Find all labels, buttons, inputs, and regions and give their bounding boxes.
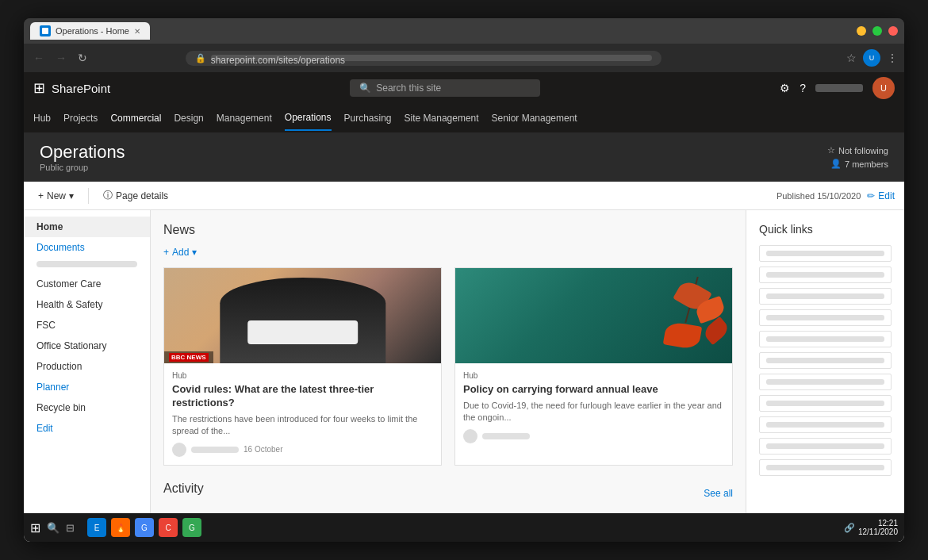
nav-item-site-management[interactable]: Site Management [405,106,479,130]
nav-item-management[interactable]: Management [217,106,272,130]
quick-link-8[interactable] [759,395,892,412]
sidebar-item-production[interactable]: Production [24,356,150,377]
site-title: Operations [40,142,125,163]
news-card-1[interactable]: BBC NEWS Hub Covid rules: What are the l… [163,267,442,466]
news-title: News [163,223,733,237]
sidebar-item-recycle-bin[interactable]: Recycle bin [24,397,150,418]
edit-label: Edit [878,190,895,201]
taskbar-clock: 12:21 12/11/2020 [858,519,898,536]
menu-icon[interactable]: ⋮ [887,52,898,64]
page-details-button[interactable]: ⓘ Page details [98,186,173,205]
bbc-logo: BBC NEWS [169,353,209,362]
quick-link-6[interactable] [759,352,892,369]
nav-item-senior-management[interactable]: Senior Management [492,106,577,130]
nav-item-commercial[interactable]: Commercial [110,106,161,130]
help-icon[interactable]: ? [800,82,806,94]
browser-navigation: ← → ↻ 🔒 sharepoint.com/sites/operations … [24,44,904,72]
sidebar-item-documents[interactable]: Documents [24,237,150,258]
task-view-button[interactable]: ⊟ [66,522,75,534]
close-button[interactable] [888,26,898,36]
sidebar-item-planner[interactable]: Planner [24,377,150,397]
ql-placeholder [766,315,884,320]
add-news-button[interactable]: + Add ▾ [163,247,733,258]
forward-button[interactable]: → [52,50,70,66]
back-button[interactable]: ← [30,50,48,66]
lock-icon: 🔒 [195,53,206,63]
profile-icon[interactable]: U [863,49,880,67]
quick-link-5[interactable] [759,331,892,347]
news-meta-2 [463,429,724,443]
news-body-2: Hub Policy on carrying forward annual le… [455,363,732,451]
quick-link-7[interactable] [759,374,892,390]
activity-header: Activity See all [163,481,733,505]
ql-placeholder [766,293,884,299]
page-content: News + Add ▾ [151,210,746,542]
sidebar-item-fsc[interactable]: FSC [24,315,150,336]
quick-link-4[interactable] [759,309,892,326]
taskbar-right: 🔗 12:21 12/11/2020 [844,519,898,536]
nav-item-projects[interactable]: Projects [63,106,98,130]
taskbar-app-5[interactable]: G [182,518,201,537]
nav-item-hub[interactable]: Hub [33,106,51,130]
ql-placeholder [766,358,884,363]
settings-icon[interactable]: ⚙ [780,82,790,94]
reload-button[interactable]: ↻ [75,50,90,66]
sidebar-item-edit[interactable]: Edit [24,418,150,439]
address-bar[interactable]: 🔒 sharepoint.com/sites/operations [186,51,661,66]
members-button[interactable]: 👤 7 members [830,159,888,169]
nav-item-design[interactable]: Design [174,106,203,130]
nav-item-operations[interactable]: Operations [285,105,332,131]
quick-link-9[interactable] [759,416,892,433]
sidebar-item-office-stationary[interactable]: Office Stationary [24,336,150,356]
search-placeholder: Search this site [376,82,441,94]
ql-placeholder [766,465,884,470]
ql-placeholder [766,336,884,342]
taskbar-search-button[interactable]: 🔍 [47,522,59,534]
header-right: ⚙ ? U [780,77,895,99]
sidebar-item-health-safety[interactable]: Health & Safety [24,294,150,315]
quick-link-1[interactable] [759,245,892,262]
news-date-1: 16 October [244,445,282,454]
quick-link-3[interactable] [759,288,892,305]
waffle-icon[interactable]: ⊞ [33,79,45,97]
news-image-2 [455,268,732,363]
quick-link-2[interactable] [759,267,892,283]
user-name [815,84,863,92]
star-icon[interactable]: ☆ [846,52,857,64]
tab-close-button[interactable]: ✕ [134,27,140,36]
edit-button[interactable]: ✏ Edit [867,190,895,201]
nav-item-purchasing[interactable]: Purchasing [344,106,392,130]
news-card-2[interactable]: Hub Policy on carrying forward annual le… [454,267,733,466]
window-controls [857,26,898,36]
site-header: Operations Public group ☆ Not following … [24,132,904,182]
news-meta-1: 16 October [172,443,433,457]
activity-title: Activity [163,481,204,496]
news-excerpt-1: The restrictions have been introduced fo… [172,413,433,438]
taskbar-app-4[interactable]: C [159,518,178,537]
sidebar-item-customer-care[interactable]: Customer Care [24,274,150,294]
start-button[interactable]: ⊞ [30,520,40,535]
star-icon: ☆ [827,145,835,155]
quick-link-10[interactable] [759,438,892,455]
maximize-button[interactable] [872,26,882,36]
taskbar: ⊞ 🔍 ⊟ E 🔥 G C G 🔗 12:21 12/11/2020 [24,513,904,542]
minimize-button[interactable] [857,26,866,36]
follow-button[interactable]: ☆ Not following [827,145,888,155]
add-label: Add [172,247,189,258]
sidebar-item-home[interactable]: Home [24,217,150,237]
search-bar[interactable]: 🔍 Search this site [350,79,540,97]
see-all-button[interactable]: See all [704,488,733,499]
new-button[interactable]: + New ▾ [33,187,79,205]
mask-figure [247,320,359,344]
taskbar-date-display: 12/11/2020 [858,527,898,536]
taskbar-app-1[interactable]: E [87,518,106,537]
browser-tab[interactable]: Operations - Home ✕ [30,22,150,40]
site-navigation: Hub Projects Commercial Design Managemen… [24,104,904,132]
leaf-3 [663,320,703,350]
separator [88,188,89,204]
user-avatar[interactable]: U [872,77,895,99]
taskbar-app-3[interactable]: G [135,518,154,537]
quick-link-11[interactable] [759,459,892,476]
author-avatar-1 [172,443,186,457]
taskbar-app-2[interactable]: 🔥 [111,518,130,537]
